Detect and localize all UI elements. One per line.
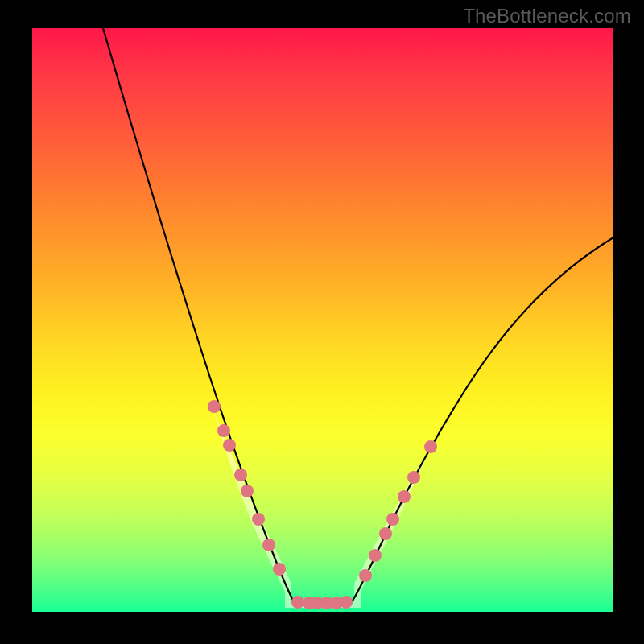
marker-dot [359, 569, 372, 582]
marker-dot [252, 513, 265, 526]
marker-dot [208, 400, 221, 413]
marker-dot [340, 596, 353, 609]
marker-dot [262, 539, 275, 551]
curve-right [351, 237, 613, 603]
marker-dot [234, 469, 247, 481]
marker-dot [223, 439, 236, 452]
marker-dot [379, 527, 392, 540]
marker-dot [241, 485, 254, 497]
marker-dot [217, 424, 230, 437]
plot-area [32, 28, 613, 612]
marker-dot [386, 513, 399, 526]
marker-dot [273, 563, 286, 576]
marker-dot [398, 490, 411, 503]
marker-dot [407, 471, 420, 484]
marker-dot [291, 596, 304, 609]
marker-dot [369, 549, 382, 562]
marker-dot [424, 440, 437, 453]
watermark-text: TheBottleneck.com [463, 5, 631, 27]
chart-container: TheBottleneck.com [0, 0, 644, 644]
curve-left [103, 28, 295, 603]
chart-svg [32, 28, 613, 612]
